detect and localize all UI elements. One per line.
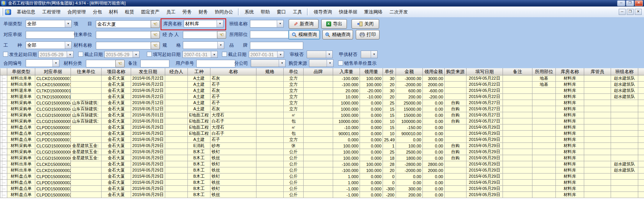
table-row[interactable]: 材料退库单CLTKD150000001金石大厦2015年05月22日A土建石子立… [0,94,644,100]
fill-start-date[interactable]: 2007-01-31▼ [182,51,218,58]
table-cell[interactable] [584,94,611,100]
table-cell[interactable]: 0.00 [396,174,423,180]
table-cell[interactable]: 2015年05月22日 [131,94,165,100]
table-cell[interactable] [584,174,611,180]
table-cell[interactable]: 材料退库单 [7,88,35,94]
table-row[interactable]: 材料采购单CLCGD150000004山东百脉建筑:金石大厦2015年05月12… [0,100,644,106]
sales-price-display-checkbox[interactable] [338,61,343,65]
table-cell[interactable]: 材料盘点单 [7,192,35,198]
table-cell[interactable]: 石子 [210,94,256,100]
table-cell[interactable] [584,180,611,186]
table-cell[interactable] [304,106,333,112]
table-cell[interactable]: 地基 [532,82,556,88]
table-cell[interactable]: 石灰 [210,75,256,82]
table-cell[interactable]: 材料库 [556,82,584,88]
table-cell[interactable]: 铁钉 [210,186,256,192]
table-cell[interactable]: CLCGD150000006 [35,143,71,149]
table-cell[interactable]: 材料退库单 [7,94,35,100]
table-cell[interactable] [584,88,611,94]
table-cell[interactable]: 0.000 [360,106,383,112]
table-cell[interactable]: 2015年05月29日 [131,161,165,167]
table-cell[interactable] [532,137,556,143]
table-cell[interactable]: 金石大厦 [102,192,131,198]
owner-supplied-select[interactable]: ▼ [361,51,378,58]
table-cell[interactable] [584,161,611,167]
table-cell[interactable]: 2015年05月22日 [131,75,165,82]
table-cell[interactable]: 石子 [210,137,256,143]
table-cell[interactable]: 石灰 [210,106,256,112]
table-cell[interactable]: E地面工程 [188,131,210,137]
table-cell[interactable]: 25.49 [383,137,396,143]
table-cell[interactable]: E地面工程 [188,112,210,118]
table-cell[interactable]: 28 [383,161,396,167]
column-header[interactable]: 经办人 [165,69,188,75]
table-cell[interactable]: 材料盘点单 [7,124,35,131]
table-cell[interactable] [503,137,532,143]
table-cell[interactable] [304,155,333,161]
table-cell[interactable]: 18 [383,155,396,161]
table-cell[interactable] [503,82,532,88]
column-header[interactable]: 购货来源 [445,69,467,75]
table-cell[interactable]: 0.00 [423,186,445,192]
table-cell[interactable]: -200 [383,192,396,198]
table-cell[interactable]: 2000.00 [423,82,445,88]
table-cell[interactable] [584,131,611,137]
table-cell[interactable]: 0.000 [360,143,383,149]
table-cell[interactable] [532,88,556,94]
column-header[interactable]: 品牌 [304,69,333,75]
table-cell[interactable]: -2800.00 [396,161,423,167]
table-cell[interactable]: 0.00 [423,106,445,112]
tree-expand-cell[interactable] [0,112,7,118]
table-row[interactable]: 材料采购单CLCGD150000006金星建筑五金:金石大厦2015年05月29… [0,155,644,161]
table-cell[interactable] [256,167,284,174]
table-cell[interactable] [256,180,284,186]
table-cell[interactable]: 材料库 [556,75,584,82]
table-cell[interactable]: 金石大厦 [102,94,131,100]
spec-select[interactable]: ▼ [183,41,224,49]
table-cell[interactable] [165,192,188,198]
table-cell[interactable]: 赵水建筑队 [611,167,638,174]
column-header[interactable]: 所用部位 [532,69,556,75]
table-cell[interactable]: -300 [383,186,396,192]
table-cell[interactable]: 材料库 [556,192,584,198]
table-cell[interactable]: 0.000 [360,149,383,155]
table-cell[interactable]: 2015年05月22日 [467,88,503,94]
tree-expand-cell[interactable] [0,124,7,131]
table-cell[interactable] [584,124,611,131]
table-cell[interactable]: 600.00 [396,88,423,94]
table-cell[interactable] [584,137,611,143]
menu-item[interactable]: 合同管理 [64,8,89,16]
table-cell[interactable]: 2015年05月29日 [131,124,165,131]
menu-item[interactable]: 窗口 [273,8,289,16]
table-cell[interactable] [71,82,102,88]
table-cell[interactable]: A土建 [188,88,210,94]
table-cell[interactable]: 2015年05月29日 [467,131,503,137]
tree-expand-cell[interactable] [0,143,7,149]
table-cell[interactable]: A土建 [188,100,210,106]
table-cell[interactable]: -10.000 [333,124,360,131]
contract-no-select[interactable]: ▼ [26,59,59,67]
table-cell[interactable] [165,155,188,161]
table-cell[interactable]: 2015年05月29日 [467,137,503,143]
table-cell[interactable]: 立方 [284,137,304,143]
table-cell[interactable] [445,137,467,143]
table-cell[interactable]: 材料库 [556,149,584,155]
column-header[interactable]: 往来单位 [71,69,102,75]
table-cell[interactable]: 100.000 [333,143,360,149]
table-cell[interactable] [165,174,188,180]
table-cell[interactable]: 金石大厦 [102,137,131,143]
close-window-button[interactable]: 关闭 [352,19,379,29]
table-cell[interactable]: 2015年05月01日 [131,112,165,118]
table-cell[interactable]: 铁钉 [210,161,256,167]
tree-expand-cell[interactable] [0,161,7,167]
column-header[interactable]: 库管员 [584,69,611,75]
material-category-lookup-button[interactable]: ☜ [115,60,125,67]
table-cell[interactable] [256,100,284,106]
occur-start-checkbox[interactable] [3,52,8,57]
table-cell[interactable]: 张 [284,143,304,149]
table-cell[interactable] [532,131,556,137]
table-cell[interactable] [503,174,532,180]
table-row[interactable]: 材料采购单CLCGD150000005山东百脉建筑:金石大厦2015年05月01… [0,118,644,124]
table-cell[interactable] [611,180,638,186]
table-cell[interactable]: 材料出库单 [7,167,35,174]
